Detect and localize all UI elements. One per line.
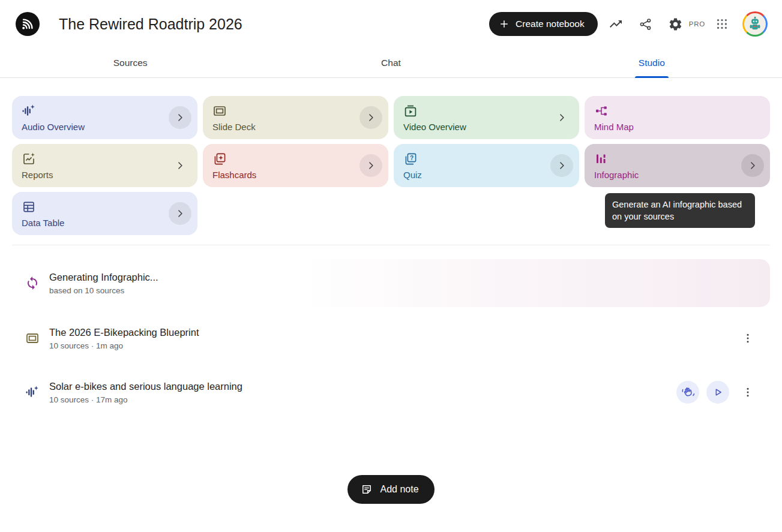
add-note-container: Add note [12, 475, 770, 504]
chevron-right-icon [365, 112, 377, 124]
page-title: The Rewired Roadtrip 2026 [59, 16, 242, 33]
artifact-title: Generating Infographic... [49, 272, 158, 283]
flashcards-icon [212, 152, 379, 166]
tool-label: Slide Deck [212, 122, 256, 132]
tool-label: Mind Map [594, 122, 634, 132]
chevron-right-icon [174, 208, 186, 220]
artifact-subtitle: 10 sources · 17m ago [49, 395, 242, 404]
tab-chat-label: Chat [381, 58, 401, 68]
artifact-subtitle: based on 10 sources [49, 286, 158, 295]
artifact-subtitle: 10 sources · 1m ago [49, 341, 199, 350]
play-audio-button[interactable] [706, 381, 729, 404]
artifact-more-menu-button[interactable] [736, 327, 759, 350]
artifact-row-audio-overview[interactable]: Solar e-bikes and serious language learn… [12, 369, 770, 415]
waving-hand-icon [681, 386, 694, 399]
video-overview-open-button[interactable] [550, 106, 573, 129]
user-avatar[interactable] [742, 11, 768, 37]
add-note-button[interactable]: Add note [347, 475, 434, 504]
chevron-right-icon [747, 160, 759, 172]
tab-bar: Sources Chat Studio [0, 48, 782, 78]
slide-deck-icon [25, 331, 40, 345]
plus-icon [499, 19, 510, 29]
settings-button[interactable] [664, 12, 688, 36]
tool-label: Infographic [594, 170, 639, 180]
tool-card-data-table[interactable]: Data Table [12, 192, 197, 235]
three-dot-menu-icon [742, 386, 754, 398]
infographic-open-button[interactable] [741, 154, 764, 177]
three-dot-menu-icon [742, 332, 754, 344]
chevron-right-icon [174, 112, 186, 124]
gear-icon [668, 17, 683, 32]
artifact-title: The 2026 E-Bikepacking Blueprint [49, 327, 199, 338]
tool-card-video-overview[interactable]: Video Overview [394, 96, 579, 139]
audio-overview-open-button[interactable] [169, 106, 191, 129]
create-notebook-label: Create notebook [516, 19, 585, 29]
audio-waveform-sparkle-icon [22, 104, 188, 118]
svg-text:?: ? [410, 155, 414, 161]
reports-open-button[interactable] [169, 154, 191, 177]
analytics-button[interactable] [604, 12, 628, 36]
apps-grid-icon [715, 17, 729, 31]
play-icon [712, 386, 724, 398]
share-icon [639, 17, 652, 31]
artifact-title: Solar e-bikes and serious language learn… [49, 381, 242, 392]
tool-card-slide-deck[interactable]: Slide Deck [203, 96, 388, 139]
tool-label: Reports [22, 170, 53, 180]
create-notebook-button[interactable]: Create notebook [489, 12, 598, 36]
interactive-mode-button[interactable] [676, 381, 699, 404]
tool-card-audio-overview[interactable]: Audio Overview [12, 96, 197, 139]
reports-chart-sparkle-icon [22, 152, 188, 166]
trending-up-icon [609, 17, 623, 31]
tool-card-mind-map[interactable]: Mind Map [585, 96, 770, 139]
artifact-list: Generating Infographic... based on 10 so… [12, 259, 770, 415]
mind-map-icon [594, 104, 760, 118]
pro-badge: PRO [689, 20, 705, 28]
sync-progress-icon [25, 276, 40, 290]
tab-studio[interactable]: Studio [522, 48, 782, 77]
infographic-bars-icon [594, 152, 760, 166]
tab-active-underline [635, 76, 669, 78]
artifact-more-menu-button[interactable] [736, 381, 759, 404]
tool-card-quiz[interactable]: ? Quiz [394, 144, 579, 187]
audio-waveform-sparkle-icon [25, 385, 40, 399]
avatar-robot-image [744, 13, 766, 35]
chevron-right-icon [556, 112, 568, 124]
tab-sources-label: Sources [113, 58, 148, 68]
quiz-icon: ? [403, 152, 570, 166]
chevron-right-icon [365, 160, 377, 172]
tool-card-flashcards[interactable]: Flashcards [203, 144, 388, 187]
note-icon [361, 483, 373, 495]
tool-card-reports[interactable]: Reports [12, 144, 197, 187]
tool-card-infographic[interactable]: Infographic [585, 144, 770, 187]
tool-label: Audio Overview [22, 122, 85, 132]
tab-chat[interactable]: Chat [260, 48, 521, 77]
tool-label: Video Overview [403, 122, 466, 132]
slide-deck-open-button[interactable] [359, 106, 382, 129]
section-divider [12, 245, 770, 245]
tab-studio-label: Studio [639, 58, 665, 68]
google-apps-button[interactable] [710, 12, 734, 36]
tool-label: Quiz [403, 170, 422, 180]
add-note-label: Add note [380, 484, 418, 495]
video-overview-icon [403, 104, 570, 118]
tab-sources[interactable]: Sources [0, 48, 260, 77]
chevron-right-icon [174, 160, 186, 172]
artifact-row-slide-deck[interactable]: The 2026 E-Bikepacking Blueprint 10 sour… [12, 315, 770, 361]
data-table-icon [22, 200, 188, 214]
notebooklm-logo-icon[interactable] [16, 12, 40, 36]
studio-panel: Audio Overview Slide Deck [0, 96, 782, 504]
infographic-tooltip: Generate an AI infographic based on your… [605, 193, 755, 228]
tool-label: Data Table [22, 218, 64, 228]
app-header: The Rewired Roadtrip 2026 Create noteboo… [0, 0, 782, 48]
tool-label: Flashcards [212, 170, 256, 180]
quiz-open-button[interactable] [550, 154, 573, 177]
slide-deck-icon [212, 104, 379, 118]
flashcards-open-button[interactable] [359, 154, 382, 177]
chevron-right-icon [556, 160, 568, 172]
data-table-open-button[interactable] [169, 202, 191, 225]
share-button[interactable] [634, 12, 658, 36]
artifact-row-generating-infographic[interactable]: Generating Infographic... based on 10 so… [12, 259, 770, 307]
